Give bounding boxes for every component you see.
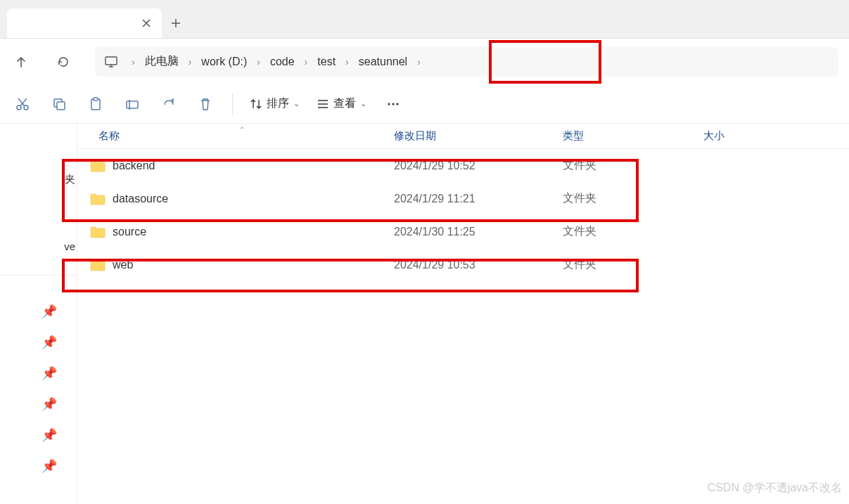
pin-icon[interactable]: 📌: [42, 335, 77, 350]
current-tab[interactable]: [7, 8, 162, 38]
svg-rect-7: [127, 101, 138, 108]
pin-icon[interactable]: 📌: [42, 458, 77, 474]
chevron-right-icon[interactable]: ›: [410, 56, 428, 67]
address-bar[interactable]: › 此电脑 › work (D:) › code › test › seatun…: [95, 47, 838, 77]
col-size[interactable]: 大小: [703, 129, 849, 143]
chevron-down-icon: ⌄: [293, 99, 300, 108]
pin-icon[interactable]: 📌: [42, 427, 77, 443]
file-name: source: [113, 226, 394, 238]
view-button[interactable]: 查看 ⌄: [317, 96, 366, 111]
breadcrumb-item[interactable]: test: [314, 56, 338, 68]
nav-row: › 此电脑 › work (D:) › code › test › seatun…: [0, 39, 849, 84]
sidebar-item[interactable]: ve: [64, 240, 77, 252]
add-tab-button[interactable]: [162, 8, 190, 38]
sort-label: 排序: [267, 96, 289, 111]
watermark: CSDN @学不透java不改名: [708, 481, 842, 496]
view-label: 查看: [333, 96, 356, 111]
monitor-icon: [102, 53, 120, 71]
file-type: 文件夹: [563, 224, 703, 239]
chevron-right-icon[interactable]: ›: [181, 56, 199, 67]
breadcrumb-item[interactable]: code: [267, 56, 298, 68]
svg-point-8: [388, 103, 390, 105]
pin-icon[interactable]: 📌: [42, 366, 77, 381]
column-headers[interactable]: ⌃ 名称 修改日期 类型 大小: [77, 124, 849, 149]
chevron-right-icon[interactable]: ›: [298, 56, 315, 67]
breadcrumb-item[interactable]: work (D:): [198, 56, 250, 68]
tabs-row: [0, 0, 849, 39]
sort-indicator-icon: ⌃: [239, 126, 245, 134]
toolbar: 排序 ⌄ 查看 ⌄: [0, 84, 849, 124]
file-date: 2024/1/29 10:52: [394, 160, 563, 172]
breadcrumb-root[interactable]: 此电脑: [142, 54, 181, 69]
file-name: web: [113, 259, 394, 271]
up-button[interactable]: [11, 51, 32, 72]
svg-rect-4: [57, 102, 65, 110]
svg-rect-0: [106, 57, 117, 65]
table-row[interactable]: datasource2024/1/29 11:21文件夹: [77, 182, 849, 215]
rename-icon[interactable]: [122, 94, 142, 114]
file-date: 2024/1/29 10:53: [394, 259, 563, 271]
file-name: backend: [113, 160, 394, 172]
main-area: 夹 ve 📌 📌 📌 📌 📌 📌 ⌃ 名称 修改日期 类型 大小 backend…: [0, 124, 849, 504]
chevron-right-icon[interactable]: ›: [125, 56, 142, 67]
chevron-right-icon[interactable]: ›: [250, 56, 267, 67]
svg-point-9: [392, 103, 394, 105]
delete-icon[interactable]: [196, 94, 215, 114]
svg-point-10: [396, 103, 398, 105]
file-type: 文件夹: [563, 257, 703, 272]
file-type: 文件夹: [563, 158, 703, 173]
highlight-seatunnel: [489, 40, 601, 84]
refresh-button[interactable]: [53, 51, 74, 72]
file-type: 文件夹: [563, 191, 703, 206]
col-type[interactable]: 类型: [563, 129, 703, 143]
sort-button[interactable]: 排序 ⌄: [250, 96, 300, 111]
more-icon[interactable]: [383, 94, 403, 114]
file-list: ⌃ 名称 修改日期 类型 大小 backend2024/1/29 10:52文件…: [77, 124, 849, 504]
paste-icon[interactable]: [86, 94, 106, 114]
chevron-down-icon: ⌄: [360, 99, 366, 108]
col-date[interactable]: 修改日期: [394, 129, 563, 143]
pin-icon[interactable]: 📌: [42, 304, 77, 319]
sidebar: 夹 ve 📌 📌 📌 📌 📌 📌: [0, 124, 77, 504]
table-row[interactable]: web2024/1/29 10:53文件夹: [77, 248, 849, 281]
chevron-right-icon[interactable]: ›: [338, 56, 356, 67]
copy-icon[interactable]: [49, 94, 69, 114]
separator: [232, 93, 233, 115]
pin-icon[interactable]: 📌: [42, 396, 77, 412]
close-icon[interactable]: [139, 16, 153, 30]
file-date: 2024/1/30 11:25: [394, 226, 563, 238]
file-name: datasource: [113, 193, 394, 205]
share-icon[interactable]: [159, 94, 179, 114]
table-row[interactable]: backend2024/1/29 10:52文件夹: [77, 149, 849, 182]
separator: [0, 275, 77, 276]
col-name[interactable]: 名称: [77, 129, 394, 143]
sidebar-item[interactable]: 夹: [65, 173, 77, 186]
svg-rect-6: [94, 98, 98, 101]
breadcrumb-item[interactable]: seatunnel: [356, 56, 410, 68]
cut-icon[interactable]: [13, 94, 32, 114]
file-date: 2024/1/29 11:21: [394, 193, 563, 205]
table-row[interactable]: source2024/1/30 11:25文件夹: [77, 215, 849, 248]
